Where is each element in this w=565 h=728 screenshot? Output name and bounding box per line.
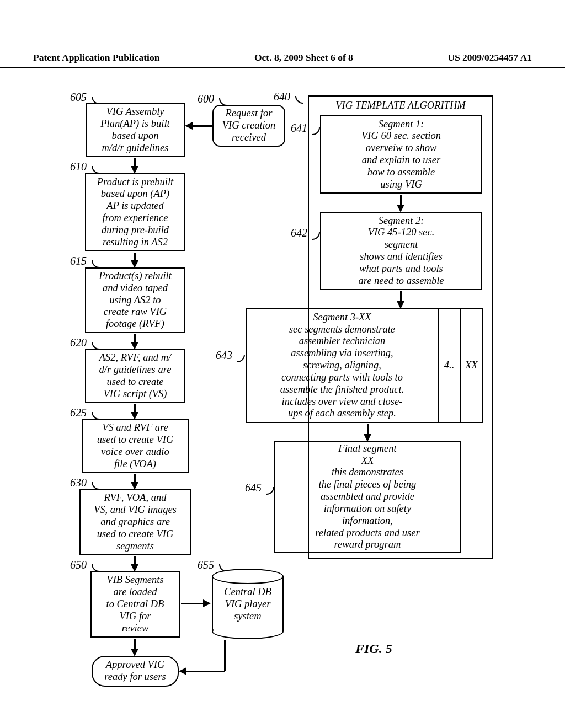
ref-630: 630 bbox=[70, 477, 87, 489]
arrowhead-600-605 bbox=[185, 122, 193, 130]
hook-615 bbox=[92, 260, 99, 268]
hook-645 bbox=[266, 487, 274, 495]
hook-610 bbox=[92, 166, 99, 174]
hook-630 bbox=[92, 482, 99, 490]
box-643-group: Segment 3-XX sec segments demonstrate as… bbox=[246, 308, 483, 423]
ref-643: 643 bbox=[216, 349, 232, 362]
arrow-650-655 bbox=[181, 603, 205, 604]
box-643-segxx: XX bbox=[461, 308, 483, 423]
box-605: VIG Assembly Plan(AP) is built based upo… bbox=[86, 103, 185, 157]
box-640-title: VIG TEMPLATE ALGORITHM bbox=[335, 100, 465, 112]
hook-650 bbox=[92, 564, 99, 572]
box-600: Request for VIG creation received bbox=[212, 105, 285, 147]
ref-640: 640 bbox=[274, 90, 290, 103]
box-643-seg3: Segment 3-XX sec segments demonstrate as… bbox=[246, 308, 439, 423]
ref-650: 650 bbox=[70, 559, 87, 571]
header-mid: Oct. 8, 2009 Sheet 6 of 8 bbox=[254, 52, 353, 63]
figure-5: 605 VIG Assembly Plan(AP) is built based… bbox=[0, 68, 565, 719]
ref-641: 641 bbox=[291, 122, 307, 135]
box-620: AS2, RVF, and m/ d/r guidelines are used… bbox=[85, 349, 185, 403]
arrowhead-625-630 bbox=[131, 482, 138, 490]
arrowhead-620-625 bbox=[131, 412, 138, 420]
cylinder-655: Central DB VIG player system bbox=[212, 569, 284, 639]
box-645: Final segment XX this demonstrates the f… bbox=[274, 441, 461, 553]
arrowhead-641-642 bbox=[397, 205, 404, 212]
ref-610: 610 bbox=[70, 160, 87, 173]
ref-620: 620 bbox=[70, 336, 87, 349]
box-615: Product(s) rebuilt and video taped using… bbox=[85, 267, 185, 333]
box-610: Product is prebuilt based upon (AP) AP i… bbox=[85, 173, 185, 251]
box-625: VS and RVF are used to create VIG voice … bbox=[82, 419, 189, 473]
header-right: US 2009/0254457 A1 bbox=[447, 52, 532, 63]
box-final-approved: Approved VIG ready for users bbox=[92, 656, 179, 687]
box-643-seg4: 4.. bbox=[439, 308, 461, 423]
ref-600: 600 bbox=[198, 93, 214, 105]
ref-605: 605 bbox=[70, 91, 87, 104]
arrowhead-650-final bbox=[131, 649, 138, 656]
arrow-655-final-h bbox=[186, 671, 225, 672]
hook-620 bbox=[92, 342, 99, 350]
ref-615: 615 bbox=[70, 255, 87, 267]
arrow-655-final-v bbox=[224, 640, 226, 671]
box-650: VIB Segments are loaded to Central DB VI… bbox=[90, 571, 180, 638]
hook-625 bbox=[92, 412, 99, 420]
header-left: Patent Application Publication bbox=[33, 52, 159, 63]
arrowhead-630-650 bbox=[131, 564, 138, 572]
hook-640 bbox=[295, 96, 303, 104]
hook-643 bbox=[237, 355, 245, 362]
ref-645: 645 bbox=[245, 481, 262, 494]
figure-label: FIG. 5 bbox=[355, 641, 392, 656]
box-641: Segment 1: VIG 60 sec. section overveiw … bbox=[320, 115, 482, 194]
arrowhead-610-615 bbox=[131, 260, 138, 268]
box-630: RVF, VOA, and VS, and VIG images and gra… bbox=[79, 489, 191, 555]
ref-625: 625 bbox=[70, 406, 87, 419]
arrow-600-605 bbox=[193, 125, 212, 127]
header: Patent Application Publication Oct. 8, 2… bbox=[0, 0, 565, 68]
box-642: Segment 2: VIG 45-120 sec. segment shows… bbox=[320, 212, 482, 290]
arrowhead-655-final bbox=[179, 667, 186, 675]
arrowhead-650-655 bbox=[203, 599, 211, 607]
arrowhead-615-620 bbox=[131, 342, 138, 350]
arrowhead-642-643 bbox=[397, 301, 404, 309]
ref-642: 642 bbox=[291, 227, 307, 239]
arrowhead-605-610 bbox=[131, 166, 138, 174]
